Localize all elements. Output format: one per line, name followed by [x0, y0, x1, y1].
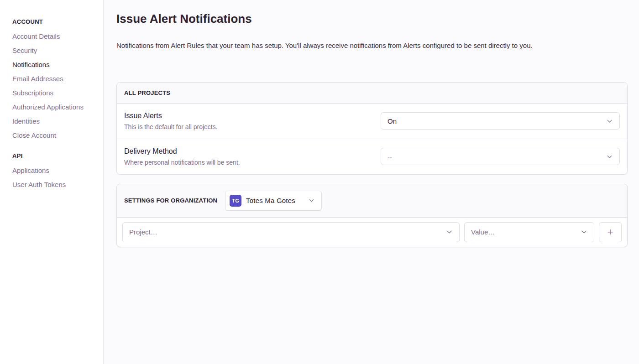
delivery-method-info: Delivery Method Where personal notificat…	[124, 147, 381, 166]
settings-sidebar: ACCOUNT Account Details Security Notific…	[0, 0, 104, 364]
delivery-method-select-value: --	[388, 153, 392, 161]
organization-selector[interactable]: TG Totes Ma Gotes	[225, 191, 322, 211]
organization-name: Totes Ma Gotes	[246, 197, 295, 204]
sidebar-item-subscriptions[interactable]: Subscriptions	[12, 89, 103, 96]
issue-alerts-label: Issue Alerts	[124, 111, 370, 120]
sidebar-section-api: API Applications User Auth Tokens	[12, 152, 103, 188]
sidebar-item-email-addresses[interactable]: Email Addresses	[12, 75, 103, 82]
sidebar-item-applications[interactable]: Applications	[12, 167, 103, 174]
value-select[interactable]: Value…	[464, 222, 594, 242]
project-select-placeholder: Project…	[129, 228, 157, 236]
sidebar-item-security[interactable]: Security	[12, 47, 103, 54]
sidebar-item-identities[interactable]: Identities	[12, 118, 103, 125]
issue-alerts-info: Issue Alerts This is the default for all…	[124, 111, 381, 131]
sidebar-item-account-details[interactable]: Account Details	[12, 33, 103, 40]
issue-alerts-help: This is the default for all projects.	[124, 123, 370, 131]
all-projects-panel: ALL PROJECTS Issue Alerts This is the de…	[116, 82, 628, 175]
sidebar-header-api: API	[12, 152, 103, 159]
chevron-down-icon	[581, 229, 587, 235]
issue-alerts-select[interactable]: On	[381, 112, 620, 130]
project-select[interactable]: Project…	[122, 222, 460, 242]
sidebar-item-notifications[interactable]: Notifications	[12, 61, 103, 68]
organization-panel-header-label: SETTINGS FOR ORGANIZATION	[124, 197, 217, 204]
sidebar-section-account: ACCOUNT Account Details Security Notific…	[12, 18, 103, 139]
delivery-method-help: Where personal notifications will be sen…	[124, 159, 370, 166]
sidebar-item-close-account[interactable]: Close Account	[12, 132, 103, 139]
organization-settings-panel: SETTINGS FOR ORGANIZATION TG Totes Ma Go…	[116, 184, 628, 247]
page-description: Notifications from Alert Rules that your…	[116, 41, 628, 50]
project-override-row: Project… Value… +	[117, 218, 627, 247]
sidebar-item-authorized-applications[interactable]: Authorized Applications	[12, 104, 103, 110]
delivery-method-label: Delivery Method	[124, 147, 370, 156]
sidebar-item-user-auth-tokens[interactable]: User Auth Tokens	[12, 181, 103, 188]
issue-alerts-row: Issue Alerts This is the default for all…	[117, 104, 627, 139]
organization-avatar: TG	[230, 195, 241, 207]
plus-icon: +	[608, 227, 613, 237]
delivery-method-select[interactable]: --	[381, 148, 620, 165]
delivery-method-row: Delivery Method Where personal notificat…	[117, 139, 627, 174]
main-content: Issue Alert Notifications Notifications …	[104, 0, 639, 364]
value-select-placeholder: Value…	[471, 228, 495, 236]
page-title: Issue Alert Notifications	[116, 12, 628, 26]
chevron-down-icon	[606, 153, 613, 160]
chevron-down-icon	[446, 229, 453, 235]
add-override-button[interactable]: +	[599, 222, 622, 242]
all-projects-panel-header: ALL PROJECTS	[117, 83, 627, 104]
sidebar-header-account: ACCOUNT	[12, 18, 103, 25]
organization-panel-header: SETTINGS FOR ORGANIZATION TG Totes Ma Go…	[117, 184, 627, 218]
app-window: ACCOUNT Account Details Security Notific…	[0, 0, 639, 364]
issue-alerts-select-value: On	[388, 117, 397, 125]
chevron-down-icon	[606, 118, 613, 125]
chevron-down-icon	[308, 197, 315, 204]
